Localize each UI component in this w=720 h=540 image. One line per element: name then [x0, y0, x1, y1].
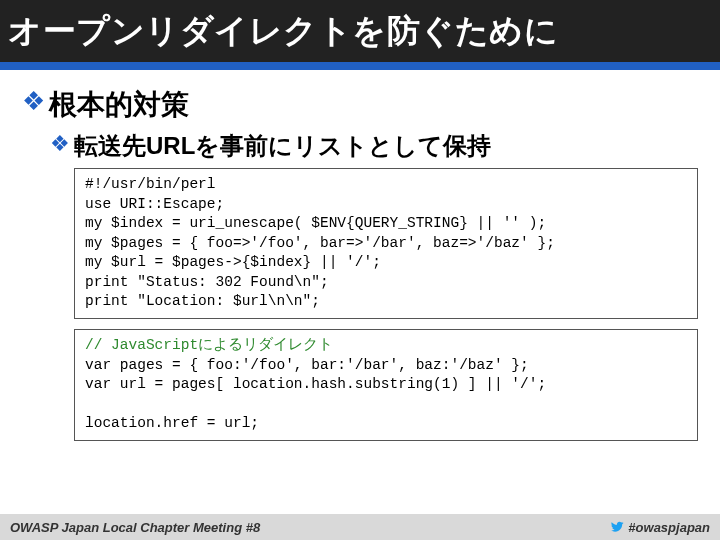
bullet-level-1: ❖ 根本的対策	[22, 86, 698, 124]
content-area: ❖ 根本的対策 ❖ 転送先URLを事前にリストとして保持 #!/usr/bin/…	[0, 70, 720, 441]
twitter-icon	[610, 520, 624, 534]
footer-left-text: OWASP Japan Local Chapter Meeting #8	[10, 520, 260, 535]
code-block-perl: #!/usr/bin/perl use URI::Escape; my $ind…	[74, 168, 698, 319]
code-block-js: // JavaScriptによるリダイレクト var pages = { foo…	[74, 329, 698, 441]
footer-hashtag: #owaspjapan	[628, 520, 710, 535]
bullet-1-text: 根本的対策	[49, 86, 189, 124]
slide-title: オープンリダイレクトを防ぐために	[8, 9, 558, 54]
footer-right: #owaspjapan	[610, 520, 710, 535]
footer-bar: OWASP Japan Local Chapter Meeting #8 #ow…	[0, 514, 720, 540]
bullet-level-2: ❖ 転送先URLを事前にリストとして保持	[50, 130, 698, 162]
title-bar: オープンリダイレクトを防ぐために	[0, 0, 720, 62]
bullet-2-text: 転送先URLを事前にリストとして保持	[74, 130, 491, 162]
accent-bar	[0, 62, 720, 70]
diamond-bullet-icon: ❖	[22, 86, 45, 117]
slide: オープンリダイレクトを防ぐために ❖ 根本的対策 ❖ 転送先URLを事前にリスト…	[0, 0, 720, 540]
diamond-bullet-icon: ❖	[50, 130, 70, 159]
